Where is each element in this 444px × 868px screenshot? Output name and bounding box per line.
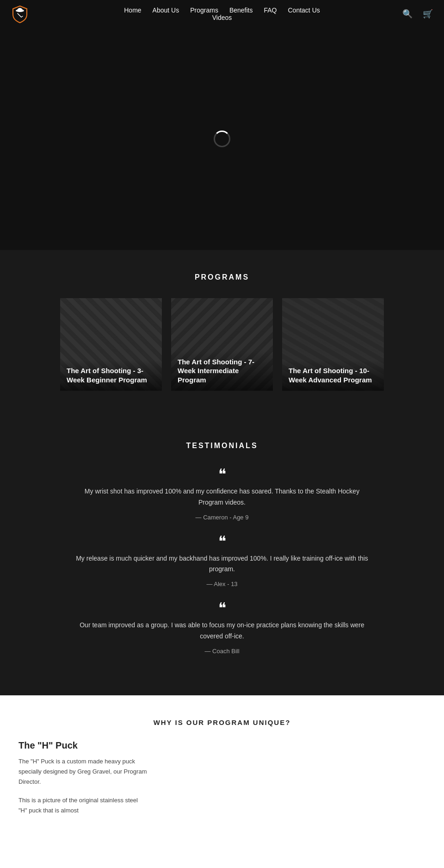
program-card-label-1: The Art of Shooting - 3-Week Beginner Pr… (60, 360, 162, 391)
feature-title: The "H" Puck (18, 740, 426, 751)
testimonials-section: TESTIMONIALS ❝ My wrist shot has improve… (0, 418, 444, 695)
nav-actions: 🔍 🛒 (401, 7, 435, 21)
unique-title: WHY IS OUR PROGRAM UNIQUE? (18, 718, 426, 726)
nav-row-1: Home About Us Programs Benefits FAQ Cont… (124, 6, 320, 14)
cart-button[interactable]: 🛒 (421, 7, 435, 21)
programs-section: PROGRAMS The Art of Shooting - 3-Week Be… (0, 250, 444, 418)
testimonial-author-2: — Alex - 13 (28, 581, 416, 587)
program-card-label-3: The Art of Shooting - 10-Week Advanced P… (282, 360, 384, 391)
nav-links-container: Home About Us Programs Benefits FAQ Cont… (124, 0, 320, 28)
nav-link-videos[interactable]: Videos (212, 14, 232, 21)
program-card-label-2: The Art of Shooting - 7-Week Intermediat… (171, 351, 273, 391)
feature-text-2: This is a picture of the original stainl… (18, 795, 148, 816)
search-icon: 🔍 (402, 9, 413, 19)
testimonial-text-2: My release is much quicker and my backha… (74, 553, 370, 575)
quote-mark-3: ❝ (28, 600, 416, 615)
testimonial-text-1: My wrist shot has improved 100% and my c… (74, 486, 370, 508)
nav-link-home[interactable]: Home (124, 6, 141, 14)
nav-link-benefits[interactable]: Benefits (229, 6, 253, 14)
unique-section: WHY IS OUR PROGRAM UNIQUE? The "H" Puck … (0, 695, 444, 834)
quote-mark-2: ❝ (28, 534, 416, 549)
hero-section (0, 28, 444, 250)
testimonial-text-3: Our team improved as a group. I was able… (74, 620, 370, 642)
nav-link-programs[interactable]: Programs (190, 6, 218, 14)
nav-row-2: Videos (212, 14, 232, 21)
main-nav: Home About Us Programs Benefits FAQ Cont… (0, 0, 444, 28)
quote-mark-1: ❝ (28, 467, 416, 481)
programs-grid: The Art of Shooting - 3-Week Beginner Pr… (14, 298, 430, 391)
loading-spinner (214, 131, 230, 147)
programs-title: PROGRAMS (14, 273, 430, 281)
brand-logo[interactable] (9, 3, 31, 25)
nav-link-contact[interactable]: Contact Us (288, 6, 320, 14)
feature-text-1: The "H" Puck is a custom made heavy puck… (18, 756, 148, 787)
nav-link-about[interactable]: About Us (153, 6, 179, 14)
program-card-3[interactable]: The Art of Shooting - 10-Week Advanced P… (282, 298, 384, 391)
testimonials-title: TESTIMONIALS (28, 442, 416, 450)
search-button[interactable]: 🔍 (401, 7, 414, 21)
program-card-1[interactable]: The Art of Shooting - 3-Week Beginner Pr… (60, 298, 162, 391)
testimonial-author-1: — Cameron - Age 9 (28, 514, 416, 521)
cart-icon: 🛒 (423, 9, 433, 19)
testimonial-author-3: — Coach Bill (28, 648, 416, 655)
program-card-2[interactable]: The Art of Shooting - 7-Week Intermediat… (171, 298, 273, 391)
nav-link-faq[interactable]: FAQ (264, 6, 277, 14)
